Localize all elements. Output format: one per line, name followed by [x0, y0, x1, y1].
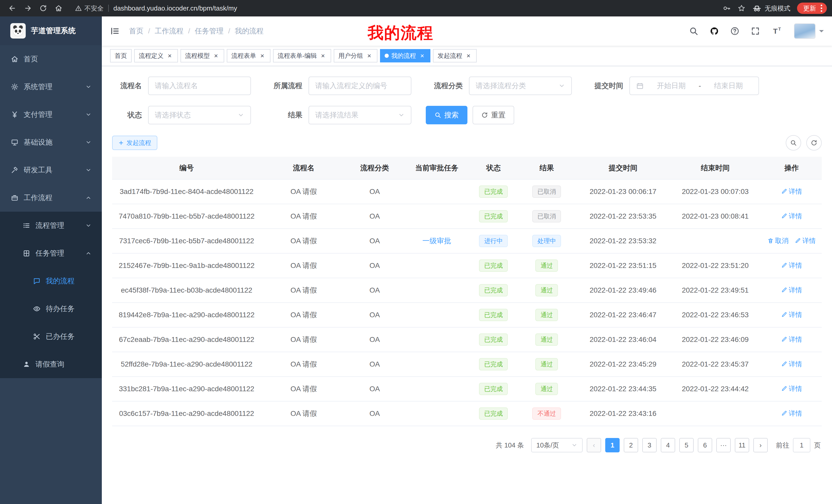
app-frame: 芋道管理系统 首页系统管理支付管理基础设施研发工具工作流程流程管理任务管理我的流…	[0, 17, 832, 504]
page-button-4[interactable]: 4	[661, 438, 675, 452]
cell-process-name: OA 请假	[261, 327, 346, 352]
detail-button[interactable]: 详情	[781, 261, 802, 270]
tab-process-model[interactable]: 流程模型×	[181, 49, 224, 62]
font-size-icon[interactable]	[771, 26, 783, 36]
page-size-select[interactable]: 10条/页	[531, 438, 582, 452]
cancel-button[interactable]: 取消	[768, 236, 788, 245]
sidebar-item-done-task[interactable]: 已办任务	[0, 323, 102, 351]
avatar[interactable]	[794, 23, 815, 39]
breadcrumb-home[interactable]: 首页	[129, 26, 144, 36]
help-icon[interactable]	[730, 26, 739, 36]
end-date-placeholder[interactable]: 结束日期	[705, 81, 752, 91]
gear-icon	[11, 83, 19, 91]
address-bar[interactable]: 不安全 dashboard.yudao.iocoder.cn/bpm/task/…	[75, 4, 722, 12]
github-icon[interactable]	[710, 26, 719, 36]
breadcrumb-task-mgmt[interactable]: 任务管理	[195, 26, 224, 36]
detail-button[interactable]: 详情	[781, 286, 802, 295]
tab-start-process[interactable]: 发起流程×	[433, 49, 477, 62]
next-page-button[interactable]: ›	[753, 438, 768, 452]
sidebar-item-infrastructure[interactable]: 基础设施	[0, 129, 102, 156]
sidebar-item-my-process[interactable]: 我的流程	[0, 267, 102, 295]
table-search-toggle-button[interactable]	[786, 135, 801, 150]
result-select[interactable]: 请选择流结果	[309, 106, 411, 124]
security-warning[interactable]: 不安全	[75, 4, 104, 12]
cell-process-name: OA 请假	[261, 401, 346, 426]
tab-close-icon[interactable]: ×	[419, 52, 426, 59]
goto-page-input[interactable]	[793, 438, 810, 452]
reset-button[interactable]: 重置	[473, 106, 514, 124]
browser-back-button[interactable]	[5, 2, 20, 15]
sidebar-item-dev-tools[interactable]: 研发工具	[0, 156, 102, 184]
sidebar-item-leave-query[interactable]: 请假查询	[0, 351, 102, 378]
page-button-2[interactable]: 2	[624, 438, 638, 452]
task-icon	[23, 249, 30, 257]
sidebar-item-workflow[interactable]: 工作流程	[0, 184, 102, 212]
page-button-1[interactable]: 1	[605, 438, 620, 452]
column-header: 状态	[470, 157, 517, 179]
tab-close-icon[interactable]: ×	[319, 52, 327, 59]
process-name-input[interactable]	[148, 77, 251, 95]
detail-button[interactable]: 详情	[795, 236, 816, 245]
start-date-placeholder[interactable]: 开始日期	[647, 81, 695, 91]
user-menu[interactable]	[794, 23, 824, 39]
tab-close-icon[interactable]: ×	[366, 52, 373, 59]
tab-my-process[interactable]: 我的流程×	[380, 49, 431, 62]
current-task-link[interactable]: 一级审批	[422, 237, 451, 245]
browser-forward-button[interactable]	[21, 2, 35, 15]
breadcrumb-workflow[interactable]: 工作流程	[155, 26, 184, 36]
tab-home[interactable]: 首页	[110, 49, 132, 62]
cell-result: 已取消	[517, 179, 577, 204]
process-definition-input[interactable]	[309, 77, 411, 95]
status-select[interactable]: 请选择状态	[148, 106, 251, 124]
browser-home-button[interactable]	[51, 2, 66, 15]
start-process-button[interactable]: 发起流程	[112, 136, 157, 150]
page-button-5[interactable]: 5	[679, 438, 694, 452]
chevron-down-icon	[238, 112, 244, 118]
sidebar-item-todo-task[interactable]: 待办任务	[0, 295, 102, 323]
tab-process-form[interactable]: 流程表单×	[227, 49, 270, 62]
browser-menu-icon[interactable]	[820, 5, 823, 12]
sidebar-item-process-mgmt[interactable]: 流程管理	[0, 212, 102, 240]
update-button[interactable]: 更新	[797, 3, 827, 14]
sidebar-item-payment-mgmt[interactable]: 支付管理	[0, 101, 102, 129]
tab-user-group[interactable]: 用户分组×	[334, 49, 378, 62]
tab-close-icon[interactable]: ×	[166, 52, 173, 59]
sidebar-item-system-mgmt[interactable]: 系统管理	[0, 73, 102, 101]
bookmark-star-icon[interactable]	[737, 4, 746, 12]
detail-button[interactable]: 详情	[781, 409, 802, 418]
page-ellipsis[interactable]: ···	[716, 438, 731, 452]
tab-close-icon[interactable]: ×	[465, 52, 472, 59]
logo-row[interactable]: 芋道管理系统	[0, 17, 102, 45]
search-button[interactable]: 搜索	[426, 106, 467, 124]
filter-label: 所属流程	[265, 81, 302, 91]
prev-page-button[interactable]: ‹	[587, 438, 601, 452]
table-refresh-button[interactable]	[806, 135, 822, 150]
password-key-icon[interactable]	[723, 4, 731, 12]
detail-button[interactable]: 详情	[781, 187, 802, 196]
tab-close-icon[interactable]: ×	[212, 52, 219, 59]
filter-row-2: 状态 请选择状态 结果 请选择流结果	[102, 106, 832, 124]
submit-time-daterange[interactable]: 开始日期 - 结束日期	[629, 77, 759, 95]
sidebar-toggle-button[interactable]	[102, 17, 128, 46]
sidebar-item-task-mgmt[interactable]: 任务管理	[0, 240, 102, 267]
process-category-select[interactable]: 请选择流程分类	[469, 77, 572, 95]
filter-label: 流程名	[112, 81, 142, 91]
detail-button[interactable]: 详情	[781, 384, 802, 393]
page-button-11[interactable]: 11	[735, 438, 749, 452]
tab-process-form-edit[interactable]: 流程表单-编辑×	[273, 49, 331, 62]
detail-button[interactable]: 详情	[781, 335, 802, 344]
sidebar-item-home[interactable]: 首页	[0, 45, 102, 73]
browser-reload-button[interactable]	[36, 2, 50, 15]
detail-button[interactable]: 详情	[781, 310, 802, 319]
detail-button[interactable]: 详情	[781, 360, 802, 369]
page-button-6[interactable]: 6	[698, 438, 712, 452]
sidebar-item-label: 基础设施	[24, 137, 52, 147]
status-tag: 已完成	[479, 383, 508, 395]
tab-process-definition[interactable]: 流程定义×	[134, 49, 178, 62]
detail-button[interactable]: 详情	[781, 212, 802, 221]
browser-right-controls: 无痕模式 更新	[723, 3, 827, 14]
fullscreen-icon[interactable]	[751, 26, 760, 36]
page-button-3[interactable]: 3	[642, 438, 657, 452]
header-search-icon[interactable]	[689, 26, 698, 36]
tab-close-icon[interactable]: ×	[259, 52, 266, 59]
